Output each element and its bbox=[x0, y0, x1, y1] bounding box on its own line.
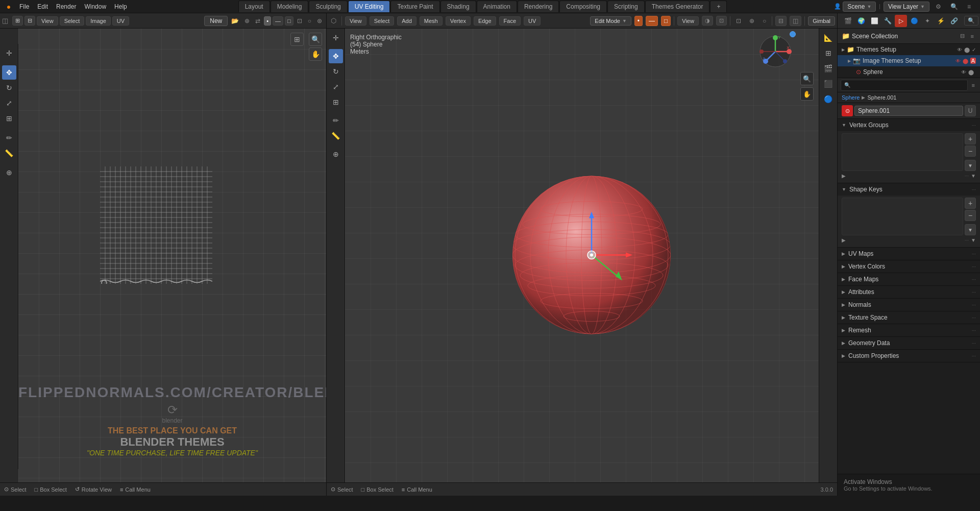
vp-tool-cursor[interactable]: ✛ bbox=[329, 31, 343, 45]
vt-viewport-shading-btn[interactable]: View bbox=[677, 16, 699, 26]
vp-call-menu-mode[interactable]: ≡ Call Menu bbox=[402, 486, 432, 493]
vp-tool-annotate[interactable]: ✏ bbox=[329, 113, 343, 128]
vt-overlay-btn[interactable]: ⊟ bbox=[775, 16, 787, 26]
menu-render[interactable]: Render bbox=[52, 2, 80, 11]
scene-selector[interactable]: Scene ▼ bbox=[843, 2, 876, 12]
vg-expand-btn[interactable]: ▼ bbox=[971, 173, 976, 179]
section-normals-header[interactable]: ▶ Normals ··· bbox=[838, 299, 980, 311]
vp-right-grid-btn[interactable]: ⊞ bbox=[821, 46, 836, 60]
add-workspace-btn[interactable]: + bbox=[710, 1, 727, 12]
uv-pan-btn[interactable]: ✋ bbox=[309, 47, 322, 61]
vp-tool-scale[interactable]: ⤢ bbox=[329, 80, 343, 94]
tab-scripting[interactable]: Scripting bbox=[607, 1, 645, 12]
header-search-btn[interactable]: 🔍 bbox=[947, 2, 961, 11]
tab-themes-generator[interactable]: Themes Generator bbox=[645, 1, 710, 12]
section-custom-properties-header[interactable]: ▶ Custom Properties ··· bbox=[838, 350, 980, 362]
uv-uv-btn[interactable]: UV bbox=[112, 16, 129, 26]
edit-mode-selector[interactable]: Edit Mode ▼ bbox=[590, 16, 631, 26]
vt-edge-select-btn[interactable]: — bbox=[646, 16, 658, 26]
tab-sculpting[interactable]: Sculpting bbox=[309, 1, 347, 12]
viewport-editor-type-btn[interactable]: ⬡ bbox=[329, 17, 338, 25]
vp-right-view-btn[interactable]: 📐 bbox=[821, 31, 836, 45]
uv-tool-scale[interactable]: ⤢ bbox=[2, 96, 16, 110]
uv-edge-mode-btn[interactable]: — bbox=[273, 16, 283, 26]
ci-render-2[interactable]: ⬤ bbox=[963, 58, 968, 64]
vp-tool-add[interactable]: ⊕ bbox=[329, 147, 343, 161]
sk-menu-btn[interactable]: ▼ bbox=[965, 224, 976, 235]
prop-icon-material[interactable]: 🔵 bbox=[908, 15, 920, 27]
vt-snap-btn[interactable]: ⊕ bbox=[747, 16, 757, 26]
tab-modeling[interactable]: Modeling bbox=[271, 1, 309, 12]
section-geometry-data-header[interactable]: ▶ Geometry Data ··· bbox=[838, 337, 980, 349]
vp-tool-move[interactable]: ✥ bbox=[329, 49, 343, 63]
ci-sel-1[interactable]: ✓ bbox=[972, 47, 976, 53]
ci-eye-3[interactable]: 👁 bbox=[961, 69, 966, 75]
uv-tool-transform[interactable]: ⊞ bbox=[2, 111, 16, 126]
vt-face-select-btn[interactable]: □ bbox=[661, 16, 671, 26]
tab-shading[interactable]: Shading bbox=[440, 1, 476, 12]
prop-filter-icon[interactable]: ≡ bbox=[970, 81, 977, 89]
uv-tool-add[interactable]: ⊕ bbox=[2, 165, 16, 180]
vt-vertex-btn[interactable]: Vertex bbox=[446, 16, 471, 26]
vg-remove-btn[interactable]: − bbox=[965, 145, 976, 157]
vp-select-mode[interactable]: ⊙ Select bbox=[331, 486, 353, 493]
vp-tool-transform[interactable]: ⊞ bbox=[329, 95, 343, 109]
editor-type-btn[interactable]: ◫ bbox=[2, 17, 8, 25]
section-vertex-groups-header[interactable]: ▼ Vertex Groups ··· bbox=[838, 119, 980, 131]
section-remesh-header[interactable]: ▶ Remesh ··· bbox=[838, 324, 980, 336]
section-shape-keys-header[interactable]: ▼ Shape Keys ··· bbox=[838, 183, 980, 196]
sk-play-btn[interactable]: ▶ bbox=[842, 237, 846, 243]
tab-layout[interactable]: Layout bbox=[238, 1, 270, 12]
vt-mesh-btn[interactable]: Mesh bbox=[420, 16, 443, 26]
menu-file[interactable]: File bbox=[15, 2, 33, 11]
prop-icon-modifier[interactable]: 🔧 bbox=[881, 15, 894, 27]
vp-tool-rotate[interactable]: ↻ bbox=[329, 64, 343, 79]
menu-edit[interactable]: Edit bbox=[33, 2, 52, 11]
uv-tool-annotate[interactable]: ✏ bbox=[2, 131, 16, 145]
collection-item-sphere[interactable]: ⊙ Sphere 👁 ⬤ bbox=[838, 66, 980, 78]
uv-snap-btn[interactable]: ⊕ bbox=[242, 16, 252, 26]
prop-icon-scene[interactable]: 🎬 bbox=[842, 15, 854, 27]
prop-object-name-input[interactable] bbox=[854, 106, 963, 116]
prop-icon-particles[interactable]: ✦ bbox=[921, 15, 934, 27]
menu-help[interactable]: Help bbox=[110, 2, 131, 11]
viewport-3d-canvas[interactable]: Right Orthographic (54) Sphere Meters X bbox=[345, 29, 819, 482]
uv-tool-cursor[interactable]: ✛ bbox=[2, 46, 16, 60]
sk-remove-btn[interactable]: − bbox=[965, 210, 976, 221]
uv-magnet-btn[interactable]: ⊛ bbox=[315, 16, 324, 26]
section-attributes-header[interactable]: ▶ Attributes ··· bbox=[838, 286, 980, 298]
uv-canvas[interactable]: FLIPPEDNORMALS.COM/CREATOR/BLENDERTHEMES… bbox=[18, 29, 326, 482]
uv-sync-btn[interactable]: ⇄ bbox=[253, 16, 262, 26]
ci-render-1[interactable]: ⬤ bbox=[964, 47, 970, 53]
uv-tool-move[interactable]: ✥ bbox=[2, 65, 16, 80]
section-uv-maps-header[interactable]: ▶ UV Maps ··· bbox=[838, 248, 980, 260]
section-vertex-colors-header[interactable]: ▶ Vertex Colors ··· bbox=[838, 260, 980, 273]
ci-eye-1[interactable]: 👁 bbox=[957, 47, 962, 53]
view-layer-selector[interactable]: View Layer ▼ bbox=[884, 2, 929, 12]
uv-face-mode-btn[interactable]: □ bbox=[285, 16, 293, 26]
vt-add-btn[interactable]: Add bbox=[397, 16, 416, 26]
uv-open-btn[interactable]: 📂 bbox=[229, 16, 241, 26]
tab-compositing[interactable]: Compositing bbox=[559, 1, 607, 12]
sk-add-btn[interactable]: + bbox=[965, 198, 976, 209]
vt-vertex-select-btn[interactable]: • bbox=[634, 16, 643, 26]
tab-rendering[interactable]: Rendering bbox=[518, 1, 559, 12]
vp-tool-measure[interactable]: 📏 bbox=[329, 129, 343, 143]
sk-expand-btn[interactable]: ▼ bbox=[971, 237, 976, 243]
uv-vertex-mode-btn[interactable]: • bbox=[264, 16, 271, 26]
collection-item-themes-setup[interactable]: ▶ 📁 Themes Setup 👁 ⬤ ✓ bbox=[838, 44, 980, 55]
tab-texture-paint[interactable]: Texture Paint bbox=[390, 1, 439, 12]
section-face-maps-header[interactable]: ▶ Face Maps ··· bbox=[838, 273, 980, 285]
vg-add-btn[interactable]: + bbox=[965, 133, 976, 144]
uv-overlay-btn[interactable]: ⊟ bbox=[24, 16, 35, 26]
vt-view-btn[interactable]: View bbox=[345, 16, 366, 26]
vt-proportional-btn[interactable]: ○ bbox=[760, 16, 769, 26]
uv-call-menu-indicator[interactable]: ≡ Call Menu bbox=[120, 486, 151, 493]
vp-pan-btn[interactable]: ✋ bbox=[800, 87, 814, 101]
tab-animation[interactable]: Animation bbox=[477, 1, 517, 12]
breadcrumb-sphere[interactable]: Sphere bbox=[842, 94, 860, 101]
header-filter-btn[interactable]: ≡ bbox=[964, 2, 974, 11]
vp-right-material-btn[interactable]: 🔵 bbox=[821, 92, 836, 106]
vt-face-btn[interactable]: Face bbox=[499, 16, 521, 26]
header-settings-btn[interactable]: ⚙ bbox=[933, 2, 944, 11]
